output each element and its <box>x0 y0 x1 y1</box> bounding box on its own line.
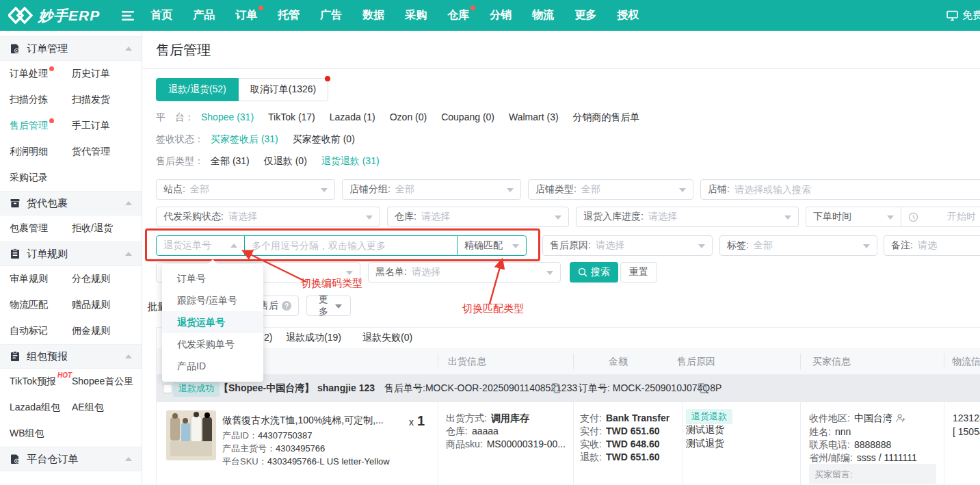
nav-menu-item[interactable]: 物流 <box>532 8 554 23</box>
main-menu: 首页 产品 订单 托管 广告 数据 采购 仓库 <box>150 8 639 23</box>
aftersale-type-filter-option[interactable]: 全部 (31) <box>211 155 250 168</box>
tab-refund-return[interactable]: 退款/退货(52) <box>156 78 239 101</box>
code-type-select[interactable]: 退货运单号 <box>156 235 245 256</box>
sidebar-section-order-management[interactable]: 订单管理 <box>0 36 142 61</box>
platform-filter-option[interactable]: 分销商的售后单 <box>573 112 640 124</box>
nav-menu-item[interactable]: 托管 <box>278 8 300 23</box>
aftersale-reason-select[interactable]: 售后原因: 请选择 <box>542 235 713 256</box>
menu-toggle-icon[interactable] <box>122 11 134 21</box>
more-actions-button[interactable]: 更多 <box>306 296 351 316</box>
sidebar-section-order-rules[interactable]: 订单规则 <box>0 241 142 266</box>
sidebar-item[interactable]: 利润明细 <box>10 139 72 165</box>
sidebar-item[interactable]: 赠品规则 <box>72 292 142 318</box>
row-checkbox[interactable] <box>163 384 172 393</box>
sidebar-item[interactable]: Lazada组包 <box>10 395 72 421</box>
product-image[interactable] <box>166 410 216 460</box>
platform-filter-option[interactable]: Lazada (1) <box>330 112 375 124</box>
platform-filter-option[interactable]: Walmart (3) <box>509 112 559 124</box>
brand-logo[interactable]: 妙手ERP <box>8 6 100 25</box>
tab-cancel-order[interactable]: 取消订单(1326) <box>239 78 328 101</box>
sidebar-item[interactable]: 自动标记 <box>10 318 72 344</box>
shop-select[interactable]: 店铺: <box>700 179 980 200</box>
copy-icon[interactable] <box>551 383 561 393</box>
sidebar-section-freight-packages[interactable]: 货代包裹 <box>0 191 142 215</box>
remark-select[interactable]: 备注: 请选 <box>884 235 980 256</box>
sidebar-item[interactable]: 货代管理 <box>72 139 142 165</box>
match-type-select[interactable]: 精确匹配 <box>457 235 527 256</box>
status-tab-refund-success[interactable]: 退款成功(19) <box>286 332 341 344</box>
platform-filter-option[interactable]: Shopee (31) <box>201 112 254 124</box>
sidebar-item[interactable]: 审单规则 <box>10 266 72 292</box>
platform-filter-option[interactable]: TikTok (17) <box>268 112 315 124</box>
code-type-option[interactable]: 退货运单号 <box>162 311 263 333</box>
status-tab-partial[interactable]: 2) <box>264 332 272 343</box>
sidebar-item[interactable]: 采购记录 <box>10 165 72 191</box>
nav-menu-item[interactable]: 仓库 <box>447 8 469 23</box>
sidebar-item[interactable]: 分仓规则 <box>72 266 142 292</box>
platform-filter-option[interactable]: Ozon (0) <box>390 112 427 124</box>
col-amount: 金额 <box>609 348 628 375</box>
sidebar-item[interactable]: 佣金规则 <box>72 318 142 344</box>
chevron-up-icon <box>125 454 132 461</box>
person-add-icon[interactable] <box>896 414 905 423</box>
sidebar-item[interactable]: TikTok预报 HOT <box>10 369 72 395</box>
aftersale-type-filter-option[interactable]: 退货退款 (31) <box>321 155 380 168</box>
sidebar-item[interactable]: 售后管理 <box>10 113 72 139</box>
nav-menu-item[interactable]: 广告 <box>320 8 342 23</box>
copy-icon[interactable] <box>698 383 707 393</box>
help-icon: ? <box>282 301 291 311</box>
sidebar-item[interactable]: 订单处理 <box>10 61 72 87</box>
nav-menu-item[interactable]: 更多 <box>574 8 596 23</box>
status-tab-refund-failed[interactable]: 退款失败(0) <box>362 332 412 344</box>
sidebar-item[interactable]: 扫描发货 <box>72 87 142 113</box>
site-select[interactable]: 站点: 全部 <box>156 179 335 200</box>
sign-status-filter-option[interactable]: 买家签收前 (0) <box>293 133 355 146</box>
sidebar-item[interactable]: 历史订单 <box>72 61 142 87</box>
code-type-option[interactable]: 产品ID <box>162 355 263 377</box>
aftersale-type-filter-option[interactable]: 仅退款 (0) <box>264 155 307 168</box>
sidebar-section-platform-warehouse-orders[interactable]: 平台仓订单 <box>0 447 142 471</box>
sidebar-item[interactable]: Shopee首公里 <box>72 369 142 395</box>
shop-type-select[interactable]: 店铺类型: 全部 <box>528 179 693 200</box>
sidebar-item[interactable]: 包裹管理 <box>10 215 72 241</box>
date-range-start[interactable]: 开始时 <box>901 207 980 227</box>
code-type-option[interactable]: 订单号 <box>162 267 263 289</box>
quantity: x1 <box>409 413 425 429</box>
sidebar-item[interactable]: 拒收/退货 <box>72 215 142 241</box>
code-type-option[interactable]: 跟踪号/运单号 <box>162 289 263 311</box>
sidebar-item[interactable]: 扫描分拣 <box>10 87 72 113</box>
time-type-select[interactable]: 下单时间 <box>806 207 901 227</box>
sidebar-item[interactable]: 物流匹配 <box>10 292 72 318</box>
warehouse-select[interactable]: 仓库: 请选择 <box>387 207 569 227</box>
free-trial-link[interactable]: 免费预 <box>946 0 980 31</box>
shop-search-input[interactable] <box>734 184 980 195</box>
reset-button[interactable]: 重置 <box>620 262 657 283</box>
shipping-warehouse: 仓库:aaaaa <box>446 425 499 438</box>
dropship-status-select[interactable]: 代发采购状态: 请选择 <box>156 207 380 227</box>
nav-menu-item[interactable]: 产品 <box>193 8 215 23</box>
sign-status-filter-option[interactable]: 买家签收后 (31) <box>211 133 278 146</box>
nav-menu-item[interactable]: 订单 <box>235 8 257 23</box>
order-rules-icon <box>10 248 21 259</box>
code-search-input[interactable] <box>244 235 458 256</box>
sidebar-item[interactable]: WB组包 <box>10 421 72 447</box>
nav-menu-item[interactable]: 分销 <box>490 8 512 23</box>
return-progress-select[interactable]: 退货入库进度: 请选择 <box>576 207 799 227</box>
sidebar-item[interactable]: AE组包 <box>72 395 142 421</box>
nav-menu-item[interactable]: 授权 <box>617 8 639 23</box>
tag-select[interactable]: 标签: 全部 <box>719 235 877 256</box>
buyer-message-box: 买家留言: <box>809 464 936 484</box>
nav-menu-item[interactable]: 首页 <box>150 8 172 23</box>
search-button[interactable]: 搜索 <box>570 262 618 283</box>
blacklist-select[interactable]: 黑名单: 请选择 <box>368 262 561 283</box>
code-type-option[interactable]: 代发采购单号 <box>162 333 263 355</box>
nav-menu-item[interactable]: 采购 <box>405 8 427 23</box>
sidebar-section-package-forecast[interactable]: 组包预报 <box>0 344 142 369</box>
notification-dot <box>49 118 54 123</box>
sidebar-item[interactable]: 手工订单 <box>72 113 142 139</box>
product-title[interactable]: 做舊復古水洗T恤,100%純棉,可定制,... <box>222 415 403 427</box>
shop-group-select[interactable]: 店铺分组: 全部 <box>342 179 521 200</box>
reason-type-badge: 退货退款 <box>686 409 732 424</box>
platform-filter-option[interactable]: Coupang (0) <box>441 112 494 124</box>
nav-menu-item[interactable]: 数据 <box>362 8 384 23</box>
